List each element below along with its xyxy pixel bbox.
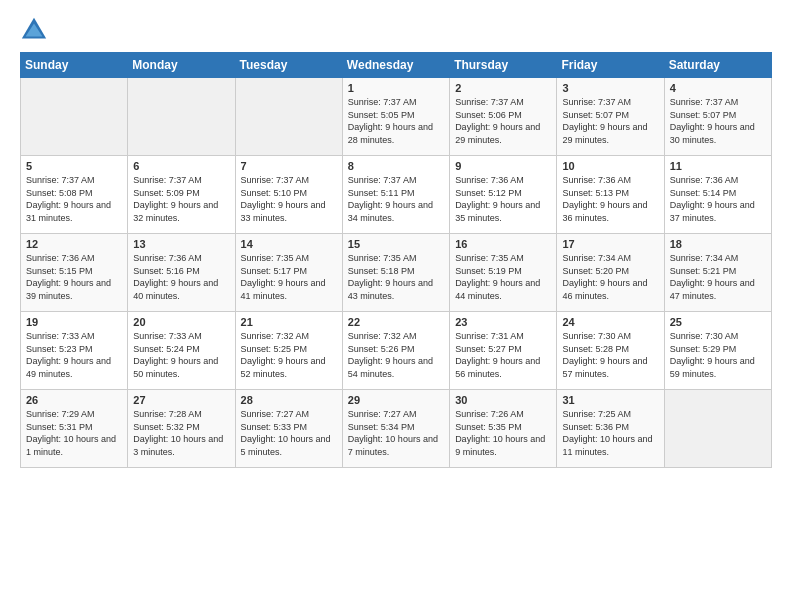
cell-content: Sunrise: 7:27 AMSunset: 5:33 PMDaylight:… bbox=[241, 408, 337, 458]
cell-content: Sunrise: 7:30 AMSunset: 5:29 PMDaylight:… bbox=[670, 330, 766, 380]
day-number: 10 bbox=[562, 160, 658, 172]
calendar-cell bbox=[21, 78, 128, 156]
calendar-cell: 28Sunrise: 7:27 AMSunset: 5:33 PMDayligh… bbox=[235, 390, 342, 468]
cell-content: Sunrise: 7:35 AMSunset: 5:17 PMDaylight:… bbox=[241, 252, 337, 302]
day-number: 2 bbox=[455, 82, 551, 94]
cell-content: Sunrise: 7:35 AMSunset: 5:18 PMDaylight:… bbox=[348, 252, 444, 302]
logo-icon bbox=[20, 16, 48, 44]
logo bbox=[20, 16, 52, 44]
day-number: 18 bbox=[670, 238, 766, 250]
day-number: 27 bbox=[133, 394, 229, 406]
calendar-cell: 19Sunrise: 7:33 AMSunset: 5:23 PMDayligh… bbox=[21, 312, 128, 390]
calendar-cell: 18Sunrise: 7:34 AMSunset: 5:21 PMDayligh… bbox=[664, 234, 771, 312]
day-number: 28 bbox=[241, 394, 337, 406]
calendar-body: 1Sunrise: 7:37 AMSunset: 5:05 PMDaylight… bbox=[21, 78, 772, 468]
calendar-week-row: 5Sunrise: 7:37 AMSunset: 5:08 PMDaylight… bbox=[21, 156, 772, 234]
calendar-cell: 12Sunrise: 7:36 AMSunset: 5:15 PMDayligh… bbox=[21, 234, 128, 312]
cell-content: Sunrise: 7:37 AMSunset: 5:07 PMDaylight:… bbox=[670, 96, 766, 146]
cell-content: Sunrise: 7:32 AMSunset: 5:25 PMDaylight:… bbox=[241, 330, 337, 380]
day-number: 17 bbox=[562, 238, 658, 250]
day-number: 11 bbox=[670, 160, 766, 172]
weekday-header: Tuesday bbox=[235, 53, 342, 78]
cell-content: Sunrise: 7:36 AMSunset: 5:14 PMDaylight:… bbox=[670, 174, 766, 224]
cell-content: Sunrise: 7:33 AMSunset: 5:23 PMDaylight:… bbox=[26, 330, 122, 380]
calendar-cell: 23Sunrise: 7:31 AMSunset: 5:27 PMDayligh… bbox=[450, 312, 557, 390]
day-number: 19 bbox=[26, 316, 122, 328]
calendar-cell: 11Sunrise: 7:36 AMSunset: 5:14 PMDayligh… bbox=[664, 156, 771, 234]
day-number: 20 bbox=[133, 316, 229, 328]
day-number: 30 bbox=[455, 394, 551, 406]
cell-content: Sunrise: 7:37 AMSunset: 5:11 PMDaylight:… bbox=[348, 174, 444, 224]
day-number: 21 bbox=[241, 316, 337, 328]
day-number: 6 bbox=[133, 160, 229, 172]
calendar-cell: 13Sunrise: 7:36 AMSunset: 5:16 PMDayligh… bbox=[128, 234, 235, 312]
day-number: 25 bbox=[670, 316, 766, 328]
calendar-cell: 21Sunrise: 7:32 AMSunset: 5:25 PMDayligh… bbox=[235, 312, 342, 390]
calendar-cell bbox=[235, 78, 342, 156]
day-number: 3 bbox=[562, 82, 658, 94]
cell-content: Sunrise: 7:37 AMSunset: 5:08 PMDaylight:… bbox=[26, 174, 122, 224]
calendar-cell: 5Sunrise: 7:37 AMSunset: 5:08 PMDaylight… bbox=[21, 156, 128, 234]
day-number: 23 bbox=[455, 316, 551, 328]
calendar-cell: 29Sunrise: 7:27 AMSunset: 5:34 PMDayligh… bbox=[342, 390, 449, 468]
weekday-header: Sunday bbox=[21, 53, 128, 78]
weekday-header: Thursday bbox=[450, 53, 557, 78]
calendar-cell: 27Sunrise: 7:28 AMSunset: 5:32 PMDayligh… bbox=[128, 390, 235, 468]
day-number: 15 bbox=[348, 238, 444, 250]
cell-content: Sunrise: 7:31 AMSunset: 5:27 PMDaylight:… bbox=[455, 330, 551, 380]
cell-content: Sunrise: 7:36 AMSunset: 5:13 PMDaylight:… bbox=[562, 174, 658, 224]
calendar-week-row: 12Sunrise: 7:36 AMSunset: 5:15 PMDayligh… bbox=[21, 234, 772, 312]
day-number: 12 bbox=[26, 238, 122, 250]
calendar-week-row: 19Sunrise: 7:33 AMSunset: 5:23 PMDayligh… bbox=[21, 312, 772, 390]
calendar-cell: 22Sunrise: 7:32 AMSunset: 5:26 PMDayligh… bbox=[342, 312, 449, 390]
calendar-cell: 25Sunrise: 7:30 AMSunset: 5:29 PMDayligh… bbox=[664, 312, 771, 390]
calendar-cell: 26Sunrise: 7:29 AMSunset: 5:31 PMDayligh… bbox=[21, 390, 128, 468]
calendar-header: SundayMondayTuesdayWednesdayThursdayFrid… bbox=[21, 53, 772, 78]
cell-content: Sunrise: 7:37 AMSunset: 5:09 PMDaylight:… bbox=[133, 174, 229, 224]
cell-content: Sunrise: 7:33 AMSunset: 5:24 PMDaylight:… bbox=[133, 330, 229, 380]
cell-content: Sunrise: 7:26 AMSunset: 5:35 PMDaylight:… bbox=[455, 408, 551, 458]
calendar-cell: 24Sunrise: 7:30 AMSunset: 5:28 PMDayligh… bbox=[557, 312, 664, 390]
calendar-cell: 1Sunrise: 7:37 AMSunset: 5:05 PMDaylight… bbox=[342, 78, 449, 156]
cell-content: Sunrise: 7:30 AMSunset: 5:28 PMDaylight:… bbox=[562, 330, 658, 380]
cell-content: Sunrise: 7:37 AMSunset: 5:05 PMDaylight:… bbox=[348, 96, 444, 146]
cell-content: Sunrise: 7:32 AMSunset: 5:26 PMDaylight:… bbox=[348, 330, 444, 380]
calendar-cell: 20Sunrise: 7:33 AMSunset: 5:24 PMDayligh… bbox=[128, 312, 235, 390]
cell-content: Sunrise: 7:29 AMSunset: 5:31 PMDaylight:… bbox=[26, 408, 122, 458]
cell-content: Sunrise: 7:37 AMSunset: 5:10 PMDaylight:… bbox=[241, 174, 337, 224]
cell-content: Sunrise: 7:34 AMSunset: 5:20 PMDaylight:… bbox=[562, 252, 658, 302]
day-number: 16 bbox=[455, 238, 551, 250]
day-number: 13 bbox=[133, 238, 229, 250]
cell-content: Sunrise: 7:36 AMSunset: 5:15 PMDaylight:… bbox=[26, 252, 122, 302]
calendar-cell: 31Sunrise: 7:25 AMSunset: 5:36 PMDayligh… bbox=[557, 390, 664, 468]
weekday-header: Saturday bbox=[664, 53, 771, 78]
day-number: 5 bbox=[26, 160, 122, 172]
calendar-cell: 6Sunrise: 7:37 AMSunset: 5:09 PMDaylight… bbox=[128, 156, 235, 234]
calendar-week-row: 26Sunrise: 7:29 AMSunset: 5:31 PMDayligh… bbox=[21, 390, 772, 468]
calendar-cell: 9Sunrise: 7:36 AMSunset: 5:12 PMDaylight… bbox=[450, 156, 557, 234]
cell-content: Sunrise: 7:36 AMSunset: 5:12 PMDaylight:… bbox=[455, 174, 551, 224]
cell-content: Sunrise: 7:37 AMSunset: 5:07 PMDaylight:… bbox=[562, 96, 658, 146]
day-number: 31 bbox=[562, 394, 658, 406]
calendar-cell: 10Sunrise: 7:36 AMSunset: 5:13 PMDayligh… bbox=[557, 156, 664, 234]
header-row: SundayMondayTuesdayWednesdayThursdayFrid… bbox=[21, 53, 772, 78]
weekday-header: Friday bbox=[557, 53, 664, 78]
day-number: 8 bbox=[348, 160, 444, 172]
cell-content: Sunrise: 7:25 AMSunset: 5:36 PMDaylight:… bbox=[562, 408, 658, 458]
day-number: 9 bbox=[455, 160, 551, 172]
calendar-cell bbox=[128, 78, 235, 156]
day-number: 26 bbox=[26, 394, 122, 406]
cell-content: Sunrise: 7:37 AMSunset: 5:06 PMDaylight:… bbox=[455, 96, 551, 146]
calendar-cell: 17Sunrise: 7:34 AMSunset: 5:20 PMDayligh… bbox=[557, 234, 664, 312]
calendar-cell: 4Sunrise: 7:37 AMSunset: 5:07 PMDaylight… bbox=[664, 78, 771, 156]
calendar-table: SundayMondayTuesdayWednesdayThursdayFrid… bbox=[20, 52, 772, 468]
cell-content: Sunrise: 7:34 AMSunset: 5:21 PMDaylight:… bbox=[670, 252, 766, 302]
day-number: 14 bbox=[241, 238, 337, 250]
day-number: 1 bbox=[348, 82, 444, 94]
day-number: 22 bbox=[348, 316, 444, 328]
calendar-cell: 3Sunrise: 7:37 AMSunset: 5:07 PMDaylight… bbox=[557, 78, 664, 156]
weekday-header: Monday bbox=[128, 53, 235, 78]
calendar-cell bbox=[664, 390, 771, 468]
calendar-week-row: 1Sunrise: 7:37 AMSunset: 5:05 PMDaylight… bbox=[21, 78, 772, 156]
calendar-cell: 15Sunrise: 7:35 AMSunset: 5:18 PMDayligh… bbox=[342, 234, 449, 312]
